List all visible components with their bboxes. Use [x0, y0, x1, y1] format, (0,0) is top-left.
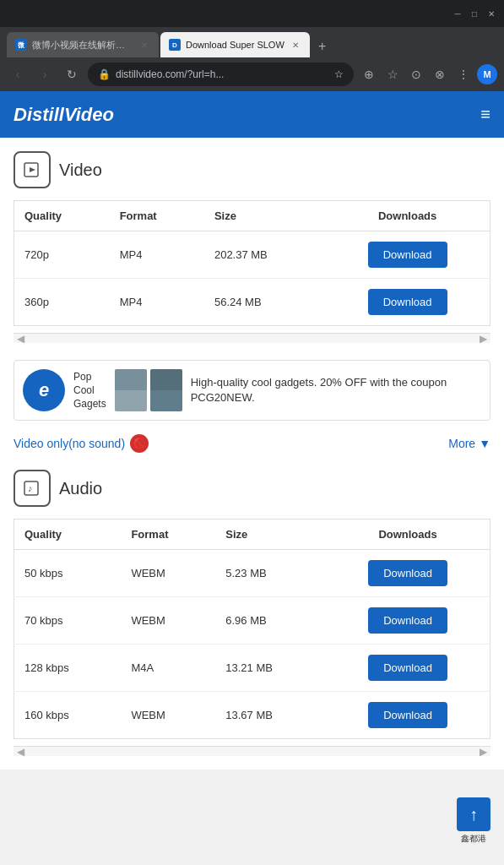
- audio-size-cell: 13.67 MB: [215, 692, 326, 739]
- maximize-button[interactable]: □: [469, 8, 480, 19]
- audio-section: ♪ Audio Quality Format Size Downloads: [14, 470, 490, 756]
- audio-size-cell: 5.23 MB: [215, 550, 326, 597]
- reload-button[interactable]: ↻: [61, 63, 83, 85]
- forward-button[interactable]: ›: [34, 63, 56, 85]
- close-button[interactable]: ✕: [485, 8, 497, 19]
- audio-quality-cell: 160 kbps: [14, 692, 122, 739]
- float-area: ↑ 鑫都港: [457, 797, 490, 845]
- more-arrow-icon: ▼: [479, 437, 490, 450]
- video-col-downloads: Downloads: [325, 201, 490, 231]
- url-text: distillvideo.com/?url=h...: [116, 68, 329, 80]
- no-sound-icon: 🚫: [130, 434, 149, 453]
- ad-line3: Gagets: [73, 398, 106, 410]
- video-col-size: Size: [204, 201, 325, 231]
- video-download-cell: Download: [325, 279, 490, 326]
- video-only-bar: Video only(no sound) 🚫 More ▼: [14, 431, 490, 456]
- audio-scroll-left[interactable]: ◀: [17, 746, 24, 757]
- tab-close-weibo[interactable]: ✕: [138, 39, 150, 51]
- audio-format-cell: WEBM: [121, 692, 215, 739]
- video-section-header: Video: [14, 151, 490, 188]
- video-format-cell: MP4: [110, 279, 204, 326]
- float-label: 鑫都港: [461, 833, 486, 845]
- extension1-icon[interactable]: ⊙: [406, 64, 426, 84]
- audio-quality-cell: 128 kbps: [14, 645, 122, 692]
- audio-scroll-right[interactable]: ▶: [480, 746, 487, 757]
- audio-format-cell: WEBM: [121, 597, 215, 645]
- hamburger-menu[interactable]: ≡: [480, 105, 490, 124]
- title-bar: ─ □ ✕: [0, 0, 504, 27]
- audio-col-quality: Quality: [14, 520, 122, 550]
- audio-download-button-0[interactable]: Download: [368, 560, 447, 586]
- video-download-button-0[interactable]: Download: [368, 242, 447, 268]
- video-download-cell: Download: [325, 231, 490, 279]
- video-col-quality: Quality: [14, 201, 110, 231]
- audio-download-cell: Download: [326, 692, 490, 739]
- audio-format-cell: M4A: [121, 645, 215, 692]
- audio-format-cell: WEBM: [121, 550, 215, 597]
- audio-col-format: Format: [121, 520, 215, 550]
- address-input[interactable]: 🔒 distillvideo.com/?url=h... ☆: [88, 63, 354, 86]
- audio-section-header: ♪ Audio: [14, 470, 490, 507]
- extension2-icon[interactable]: ⊗: [430, 64, 450, 84]
- audio-table: Quality Format Size Downloads 50 kbps WE…: [14, 519, 490, 739]
- audio-download-button-3[interactable]: Download: [368, 702, 447, 728]
- more-button[interactable]: More ▼: [448, 437, 490, 450]
- tab-favicon-distill: D: [169, 39, 181, 51]
- ad-img-1: [115, 369, 147, 411]
- audio-size-cell: 6.96 MB: [215, 597, 326, 645]
- tab-title-weibo: 微博小视频在线解析下载...: [32, 39, 133, 52]
- search-extension-icon[interactable]: ⊕: [359, 64, 379, 84]
- tab-bar: 微 微博小视频在线解析下载... ✕ D Download Super SLOW…: [0, 27, 504, 57]
- audio-download-cell: Download: [326, 597, 490, 645]
- tab-favicon-weibo: 微: [15, 39, 27, 51]
- tab-weibo[interactable]: 微 微博小视频在线解析下载... ✕: [7, 32, 159, 57]
- video-table-scrollbar[interactable]: ◀ ▶: [14, 333, 490, 343]
- audio-download-cell: Download: [326, 550, 490, 597]
- audio-table-row: 70 kbps WEBM 6.96 MB Download: [14, 597, 490, 645]
- audio-col-downloads: Downloads: [326, 520, 490, 550]
- video-table-row: 720p MP4 202.37 MB Download: [14, 231, 490, 279]
- video-format-cell: MP4: [110, 231, 204, 279]
- page-content: DistillVideo ≡ Video Quality Format Size: [0, 91, 504, 770]
- video-table-row: 360p MP4 56.24 MB Download: [14, 279, 490, 326]
- scroll-left-arrow[interactable]: ◀: [17, 333, 24, 344]
- scroll-top-button[interactable]: ↑: [457, 797, 490, 831]
- ad-banner[interactable]: e Pop Cool Gagets High-quality cool gadg…: [14, 360, 490, 421]
- video-table: Quality Format Size Downloads 720p MP4 2…: [14, 200, 490, 326]
- audio-col-size: Size: [215, 520, 326, 550]
- video-size-cell: 56.24 MB: [204, 279, 325, 326]
- avatar[interactable]: M: [477, 64, 497, 84]
- audio-icon: ♪: [14, 470, 51, 507]
- new-tab-button[interactable]: +: [312, 35, 333, 57]
- address-bar: ‹ › ↻ 🔒 distillvideo.com/?url=h... ☆ ⊕ ☆…: [0, 57, 504, 91]
- audio-size-cell: 13.21 MB: [215, 645, 326, 692]
- audio-table-wrapper: Quality Format Size Downloads 50 kbps WE…: [14, 519, 490, 756]
- minimize-button[interactable]: ─: [452, 8, 463, 19]
- ad-text: High-quality cool gadgets. 20% OFF with …: [191, 375, 481, 405]
- menu-icon[interactable]: ⋮: [453, 64, 474, 84]
- video-quality-cell: 360p: [14, 279, 110, 326]
- bookmark-icon[interactable]: ☆: [382, 64, 403, 84]
- star-icon[interactable]: ☆: [334, 68, 344, 80]
- back-button[interactable]: ‹: [7, 63, 29, 85]
- window-controls: ─ □ ✕: [452, 8, 497, 19]
- video-quality-cell: 720p: [14, 231, 110, 279]
- tab-close-distill[interactable]: ✕: [290, 39, 301, 51]
- main-content: Video Quality Format Size Downloads 720p…: [0, 138, 504, 770]
- audio-download-cell: Download: [326, 645, 490, 692]
- audio-download-button-1[interactable]: Download: [368, 607, 447, 634]
- video-download-button-1[interactable]: Download: [368, 289, 447, 315]
- video-only-text: Video only(no sound): [14, 437, 125, 450]
- video-icon: [14, 151, 51, 188]
- audio-quality-cell: 50 kbps: [14, 550, 122, 597]
- video-col-format: Format: [110, 201, 204, 231]
- video-section-title: Video: [59, 160, 102, 180]
- audio-table-scrollbar[interactable]: ◀ ▶: [14, 746, 490, 756]
- tab-distill[interactable]: D Download Super SLOW ✕: [160, 32, 310, 57]
- scroll-right-arrow[interactable]: ▶: [480, 333, 487, 344]
- lock-icon: 🔒: [98, 68, 111, 80]
- audio-download-button-2[interactable]: Download: [368, 655, 447, 681]
- video-table-wrapper: Quality Format Size Downloads 720p MP4 2…: [14, 200, 490, 343]
- ad-line2: Cool: [73, 384, 106, 396]
- site-header: DistillVideo ≡: [0, 91, 504, 138]
